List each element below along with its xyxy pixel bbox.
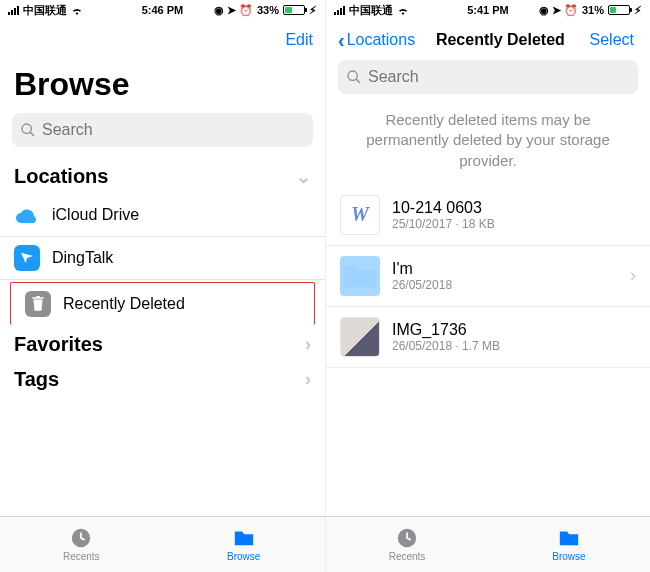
tab-bar: Recents Browse	[326, 516, 650, 572]
tab-bar: Recents Browse	[0, 516, 325, 572]
charging-icon: ⚡︎	[634, 4, 642, 17]
file-row[interactable]: IMG_1736 26/05/2018 · 1.7 MB	[326, 307, 650, 368]
battery-pct: 33%	[257, 4, 279, 16]
pane-browse: 中国联通 5:46 PM ◉ ➤ ⏰ 33% ⚡︎ Edit Browse Lo…	[0, 0, 325, 572]
wifi-icon	[397, 6, 409, 15]
tab-label: Browse	[552, 551, 585, 562]
file-row[interactable]: I'm 26/05/2018 ›	[326, 246, 650, 307]
svg-line-1	[30, 132, 34, 136]
tab-label: Browse	[227, 551, 260, 562]
favorites-label: Favorites	[14, 333, 103, 356]
svg-line-4	[356, 79, 360, 83]
pane-recently-deleted: 中国联通 5:41 PM ◉ ➤ ⏰ 31% ⚡︎ ‹ Locations Re…	[325, 0, 650, 572]
file-sub: 25/10/2017 · 18 KB	[392, 217, 636, 231]
search-input[interactable]	[42, 121, 305, 139]
folder-icon	[232, 527, 256, 549]
page-title: Browse	[0, 60, 325, 113]
chevron-right-icon: ›	[305, 334, 311, 355]
search-input[interactable]	[368, 68, 630, 86]
nav-title: Recently Deleted	[436, 31, 565, 49]
status-icons: ◉ ➤ ⏰	[539, 4, 578, 17]
battery-icon	[283, 5, 305, 15]
chevron-left-icon: ‹	[338, 29, 345, 52]
signal-icon	[334, 6, 345, 15]
location-label: DingTalk	[52, 249, 311, 267]
locations-header[interactable]: Locations ⌄	[0, 159, 325, 194]
clock-icon	[395, 527, 419, 549]
location-label: iCloud Drive	[52, 206, 311, 224]
file-row[interactable]: W 10-214 0603 25/10/2017 · 18 KB	[326, 185, 650, 246]
status-icons: ◉ ➤ ⏰	[214, 4, 253, 17]
file-sub: 26/05/2018	[392, 278, 618, 292]
status-bar: 中国联通 5:41 PM ◉ ➤ ⏰ 31% ⚡︎	[326, 0, 650, 20]
location-label: Recently Deleted	[63, 295, 300, 313]
back-button[interactable]: ‹ Locations	[338, 29, 415, 52]
back-label: Locations	[347, 31, 416, 49]
battery-pct: 31%	[582, 4, 604, 16]
folder-icon	[557, 527, 581, 549]
chevron-right-icon: ›	[630, 265, 636, 286]
folder-icon	[340, 256, 380, 296]
navbar: ‹ Locations Recently Deleted Select	[326, 20, 650, 60]
tags-label: Tags	[14, 368, 59, 391]
carrier-label: 中国联通	[23, 3, 67, 18]
location-icloud[interactable]: iCloud Drive	[0, 194, 325, 237]
battery-icon	[608, 5, 630, 15]
file-name: 10-214 0603	[392, 199, 636, 217]
image-thumb	[340, 317, 380, 357]
trash-icon	[25, 291, 51, 317]
search-field[interactable]	[12, 113, 313, 147]
carrier-label: 中国联通	[349, 3, 393, 18]
wifi-icon	[71, 6, 83, 15]
tab-label: Recents	[389, 551, 426, 562]
tab-label: Recents	[63, 551, 100, 562]
status-bar: 中国联通 5:46 PM ◉ ➤ ⏰ 33% ⚡︎	[0, 0, 325, 20]
file-list: W 10-214 0603 25/10/2017 · 18 KB I'm 26/…	[326, 185, 650, 516]
navbar: Edit	[0, 20, 325, 60]
signal-icon	[8, 6, 19, 15]
locations-label: Locations	[14, 165, 108, 188]
location-dingtalk[interactable]: DingTalk	[0, 237, 325, 280]
select-button[interactable]: Select	[586, 30, 638, 50]
cloud-icon	[14, 202, 40, 228]
dingtalk-icon	[14, 245, 40, 271]
svg-point-3	[348, 71, 357, 80]
tab-browse[interactable]: Browse	[163, 517, 326, 572]
charging-icon: ⚡︎	[309, 4, 317, 17]
file-sub: 26/05/2018 · 1.7 MB	[392, 339, 636, 353]
locations-list: iCloud Drive DingTalk Recently Deleted	[0, 194, 325, 325]
location-recently-deleted[interactable]: Recently Deleted	[10, 282, 315, 325]
search-field[interactable]	[338, 60, 638, 94]
file-name: I'm	[392, 260, 618, 278]
search-icon	[20, 122, 36, 138]
doc-icon: W	[340, 195, 380, 235]
search-icon	[346, 69, 362, 85]
info-text: Recently deleted items may be permanentl…	[326, 106, 650, 185]
chevron-down-icon: ⌄	[296, 166, 311, 188]
tab-recents[interactable]: Recents	[326, 517, 488, 572]
edit-button[interactable]: Edit	[285, 31, 313, 49]
clock-icon	[69, 527, 93, 549]
tags-header[interactable]: Tags ›	[0, 362, 325, 397]
tab-recents[interactable]: Recents	[0, 517, 163, 572]
svg-point-0	[22, 124, 31, 133]
tab-browse[interactable]: Browse	[488, 517, 650, 572]
file-name: IMG_1736	[392, 321, 636, 339]
chevron-right-icon: ›	[305, 369, 311, 390]
favorites-header[interactable]: Favorites ›	[0, 327, 325, 362]
